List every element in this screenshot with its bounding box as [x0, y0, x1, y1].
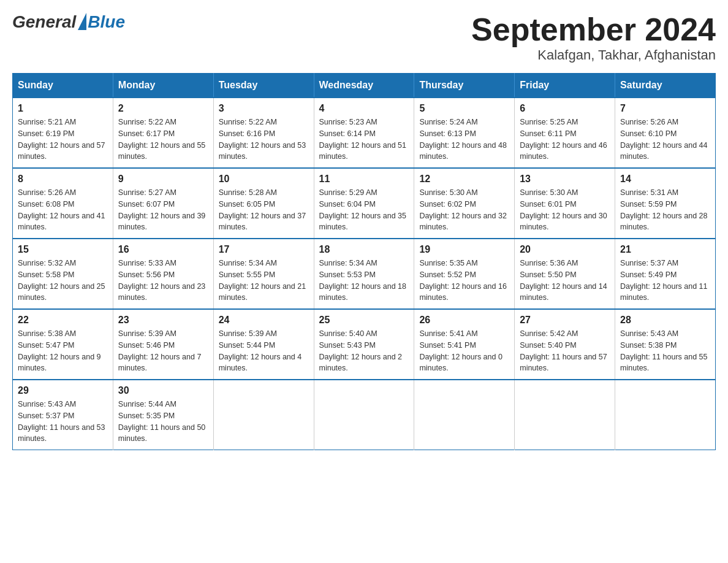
calendar-cell: 13Sunrise: 5:30 AMSunset: 6:01 PMDayligh… — [515, 168, 615, 239]
day-info: Sunrise: 5:42 AMSunset: 5:40 PMDaylight:… — [520, 328, 610, 374]
day-number: 2 — [118, 103, 208, 114]
day-info: Sunrise: 5:29 AMSunset: 6:04 PMDaylight:… — [319, 187, 409, 233]
calendar-cell: 18Sunrise: 5:34 AMSunset: 5:53 PMDayligh… — [314, 239, 414, 309]
day-info: Sunrise: 5:37 AMSunset: 5:49 PMDaylight:… — [620, 258, 710, 304]
calendar-week-2: 8Sunrise: 5:26 AMSunset: 6:08 PMDaylight… — [13, 168, 716, 239]
calendar-cell: 23Sunrise: 5:39 AMSunset: 5:46 PMDayligh… — [113, 309, 213, 380]
day-number: 6 — [520, 103, 610, 114]
calendar-cell: 7Sunrise: 5:26 AMSunset: 6:10 PMDaylight… — [615, 98, 716, 168]
calendar-cell: 3Sunrise: 5:22 AMSunset: 6:16 PMDaylight… — [213, 98, 314, 168]
day-info: Sunrise: 5:30 AMSunset: 6:02 PMDaylight:… — [419, 187, 509, 233]
day-number: 20 — [520, 244, 610, 255]
day-info: Sunrise: 5:31 AMSunset: 5:59 PMDaylight:… — [620, 187, 710, 233]
calendar-cell: 19Sunrise: 5:35 AMSunset: 5:52 PMDayligh… — [414, 239, 515, 309]
header-friday: Friday — [515, 74, 615, 98]
calendar-header-row: SundayMondayTuesdayWednesdayThursdayFrid… — [13, 74, 716, 98]
calendar-header: SundayMondayTuesdayWednesdayThursdayFrid… — [13, 74, 716, 98]
day-number: 30 — [118, 385, 208, 396]
day-info: Sunrise: 5:36 AMSunset: 5:50 PMDaylight:… — [520, 258, 610, 304]
logo: General Blue — [12, 12, 125, 32]
header-saturday: Saturday — [615, 74, 716, 98]
calendar-cell: 2Sunrise: 5:22 AMSunset: 6:17 PMDaylight… — [113, 98, 213, 168]
day-number: 28 — [620, 315, 710, 326]
day-number: 11 — [319, 174, 409, 185]
header-tuesday: Tuesday — [213, 74, 314, 98]
calendar-cell: 28Sunrise: 5:43 AMSunset: 5:38 PMDayligh… — [615, 309, 716, 380]
day-number: 16 — [118, 244, 208, 255]
header-monday: Monday — [113, 74, 213, 98]
header-sunday: Sunday — [13, 74, 113, 98]
day-number: 8 — [18, 174, 108, 185]
day-info: Sunrise: 5:28 AMSunset: 6:05 PMDaylight:… — [219, 187, 309, 233]
calendar-cell: 16Sunrise: 5:33 AMSunset: 5:56 PMDayligh… — [113, 239, 213, 309]
day-info: Sunrise: 5:25 AMSunset: 6:11 PMDaylight:… — [520, 117, 610, 163]
calendar-cell — [515, 380, 615, 450]
day-number: 21 — [620, 244, 710, 255]
calendar-cell: 15Sunrise: 5:32 AMSunset: 5:58 PMDayligh… — [13, 239, 113, 309]
logo-general-text: General — [12, 12, 76, 32]
day-number: 29 — [18, 385, 108, 396]
calendar-cell: 30Sunrise: 5:44 AMSunset: 5:35 PMDayligh… — [113, 380, 213, 450]
day-number: 5 — [419, 103, 509, 114]
calendar-week-1: 1Sunrise: 5:21 AMSunset: 6:19 PMDaylight… — [13, 98, 716, 168]
logo-blue-text: Blue — [88, 12, 125, 32]
calendar-cell — [314, 380, 414, 450]
day-info: Sunrise: 5:39 AMSunset: 5:44 PMDaylight:… — [219, 328, 309, 374]
page-title: September 2024 — [471, 12, 716, 47]
day-number: 10 — [219, 174, 309, 185]
calendar-cell: 29Sunrise: 5:43 AMSunset: 5:37 PMDayligh… — [13, 380, 113, 450]
day-info: Sunrise: 5:38 AMSunset: 5:47 PMDaylight:… — [18, 328, 108, 374]
calendar-cell — [213, 380, 314, 450]
calendar-cell: 22Sunrise: 5:38 AMSunset: 5:47 PMDayligh… — [13, 309, 113, 380]
day-number: 23 — [118, 315, 208, 326]
day-number: 18 — [319, 244, 409, 255]
day-info: Sunrise: 5:22 AMSunset: 6:16 PMDaylight:… — [219, 117, 309, 163]
day-info: Sunrise: 5:35 AMSunset: 5:52 PMDaylight:… — [419, 258, 509, 304]
calendar-week-3: 15Sunrise: 5:32 AMSunset: 5:58 PMDayligh… — [13, 239, 716, 309]
logo-top: General Blue — [12, 12, 125, 32]
page-header: General Blue September 2024 Kalafgan, Ta… — [12, 12, 716, 63]
logo-triangle-icon — [78, 13, 86, 30]
day-number: 1 — [18, 103, 108, 114]
calendar-cell: 5Sunrise: 5:24 AMSunset: 6:13 PMDaylight… — [414, 98, 515, 168]
day-number: 17 — [219, 244, 309, 255]
calendar-cell — [414, 380, 515, 450]
calendar-cell — [615, 380, 716, 450]
day-number: 27 — [520, 315, 610, 326]
day-info: Sunrise: 5:39 AMSunset: 5:46 PMDaylight:… — [118, 328, 208, 374]
page-subtitle: Kalafgan, Takhar, Afghanistan — [471, 47, 716, 63]
calendar-cell: 8Sunrise: 5:26 AMSunset: 6:08 PMDaylight… — [13, 168, 113, 239]
day-number: 19 — [419, 244, 509, 255]
day-info: Sunrise: 5:33 AMSunset: 5:56 PMDaylight:… — [118, 258, 208, 304]
title-block: September 2024 Kalafgan, Takhar, Afghani… — [471, 12, 716, 63]
day-number: 25 — [319, 315, 409, 326]
calendar-cell: 26Sunrise: 5:41 AMSunset: 5:41 PMDayligh… — [414, 309, 515, 380]
calendar-cell: 24Sunrise: 5:39 AMSunset: 5:44 PMDayligh… — [213, 309, 314, 380]
day-info: Sunrise: 5:30 AMSunset: 6:01 PMDaylight:… — [520, 187, 610, 233]
day-info: Sunrise: 5:40 AMSunset: 5:43 PMDaylight:… — [319, 328, 409, 374]
day-info: Sunrise: 5:43 AMSunset: 5:37 PMDaylight:… — [18, 399, 108, 445]
day-number: 12 — [419, 174, 509, 185]
day-number: 15 — [18, 244, 108, 255]
day-number: 3 — [219, 103, 309, 114]
calendar-week-4: 22Sunrise: 5:38 AMSunset: 5:47 PMDayligh… — [13, 309, 716, 380]
day-info: Sunrise: 5:24 AMSunset: 6:13 PMDaylight:… — [419, 117, 509, 163]
header-thursday: Thursday — [414, 74, 515, 98]
calendar-cell: 1Sunrise: 5:21 AMSunset: 6:19 PMDaylight… — [13, 98, 113, 168]
calendar-cell: 4Sunrise: 5:23 AMSunset: 6:14 PMDaylight… — [314, 98, 414, 168]
calendar-cell: 6Sunrise: 5:25 AMSunset: 6:11 PMDaylight… — [515, 98, 615, 168]
day-number: 13 — [520, 174, 610, 185]
day-info: Sunrise: 5:32 AMSunset: 5:58 PMDaylight:… — [18, 258, 108, 304]
calendar-cell: 11Sunrise: 5:29 AMSunset: 6:04 PMDayligh… — [314, 168, 414, 239]
calendar-cell: 10Sunrise: 5:28 AMSunset: 6:05 PMDayligh… — [213, 168, 314, 239]
calendar-cell: 14Sunrise: 5:31 AMSunset: 5:59 PMDayligh… — [615, 168, 716, 239]
calendar-table: SundayMondayTuesdayWednesdayThursdayFrid… — [12, 73, 716, 450]
day-info: Sunrise: 5:34 AMSunset: 5:55 PMDaylight:… — [219, 258, 309, 304]
calendar-cell: 12Sunrise: 5:30 AMSunset: 6:02 PMDayligh… — [414, 168, 515, 239]
day-number: 14 — [620, 174, 710, 185]
day-number: 7 — [620, 103, 710, 114]
day-info: Sunrise: 5:34 AMSunset: 5:53 PMDaylight:… — [319, 258, 409, 304]
calendar-cell: 21Sunrise: 5:37 AMSunset: 5:49 PMDayligh… — [615, 239, 716, 309]
calendar-cell: 9Sunrise: 5:27 AMSunset: 6:07 PMDaylight… — [113, 168, 213, 239]
calendar-cell: 25Sunrise: 5:40 AMSunset: 5:43 PMDayligh… — [314, 309, 414, 380]
